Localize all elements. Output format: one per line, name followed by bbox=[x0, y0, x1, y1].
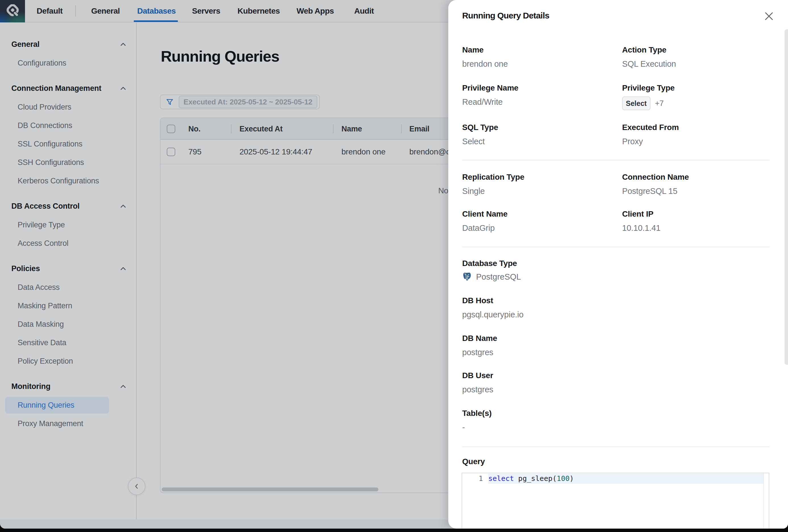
line-number: 1 bbox=[462, 473, 483, 484]
field-database-type: Database Type PostgreSQL bbox=[462, 259, 610, 282]
section-divider bbox=[462, 160, 770, 160]
section-divider bbox=[462, 247, 770, 247]
field-db-name: DB Name postgres bbox=[462, 334, 610, 357]
field-db-user: DB User postgres bbox=[462, 371, 610, 394]
section-divider bbox=[462, 447, 770, 447]
drawer-title: Running Query Details bbox=[462, 11, 549, 20]
field-privilege-name: Privilege Name Read/Write bbox=[462, 83, 610, 107]
field-action-type: Action Type SQL Execution bbox=[622, 45, 770, 69]
field-replication-type: Replication Type Single bbox=[462, 172, 610, 196]
privilege-type-more: +7 bbox=[655, 99, 664, 108]
field-tables: Table(s) - bbox=[462, 409, 610, 432]
drawer-scrollbar-thumb[interactable] bbox=[785, 29, 788, 365]
privilege-type-tag: Select bbox=[622, 97, 651, 110]
app-window: Default General Databases Servers Kubern… bbox=[0, 0, 788, 529]
query-code-editor[interactable]: 1 select pg_sleep(100) bbox=[461, 473, 769, 529]
editor-scrollbar-gutter bbox=[763, 473, 764, 529]
field-client-ip: Client IP 10.10.1.41 bbox=[622, 209, 770, 233]
field-client-name: Client Name DataGrip bbox=[462, 209, 610, 233]
field-name: Name brendon one bbox=[462, 45, 610, 69]
running-query-details-drawer: Running Query Details Name brendon one A… bbox=[448, 0, 788, 529]
query-code-line: select pg_sleep(100) bbox=[488, 473, 574, 484]
close-icon[interactable] bbox=[763, 11, 775, 22]
field-connection-name: Connection Name PostgreSQL 15 bbox=[622, 172, 770, 196]
field-executed-from: Executed From Proxy bbox=[622, 123, 770, 146]
field-sql-type: SQL Type Select bbox=[462, 123, 610, 146]
field-db-host: DB Host pgsql.querypie.io bbox=[462, 296, 610, 320]
field-query: Query bbox=[462, 457, 610, 466]
database-type-value: PostgreSQL bbox=[476, 272, 521, 282]
postgresql-icon bbox=[462, 272, 472, 282]
field-privilege-type: Privilege Type Select +7 bbox=[622, 83, 770, 110]
